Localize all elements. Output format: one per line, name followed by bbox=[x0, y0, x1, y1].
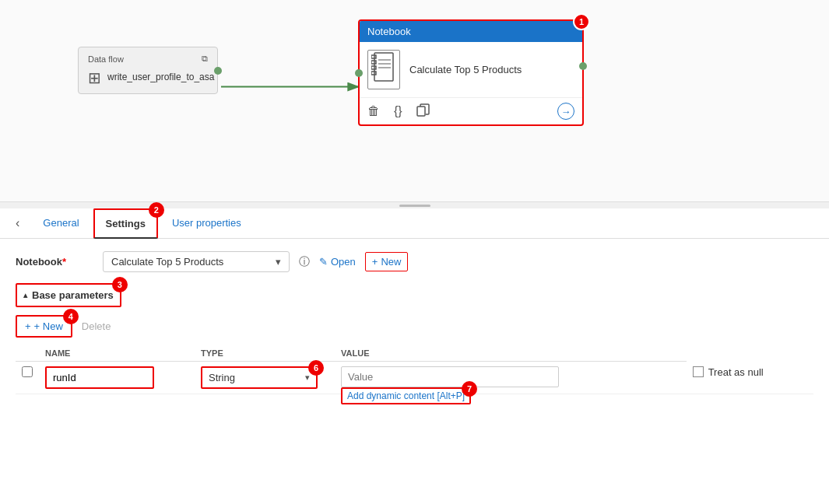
type-cell: String ▾ 6 bbox=[195, 362, 335, 394]
dataflow-node: Data flow ⧉ ⊞ write_user_profile_to_asa bbox=[78, 47, 218, 94]
dynamic-content-hint[interactable]: Add dynamic content [Alt+P] 7 bbox=[341, 387, 471, 404]
table-toolbar: + + New 4 Delete bbox=[16, 315, 813, 338]
params-table: NAME TYPE VALUE document.querySelectorAl… bbox=[16, 345, 813, 394]
tab-settings-label: Settings bbox=[106, 218, 146, 229]
value-input[interactable] bbox=[341, 366, 559, 387]
name-cell: document.querySelectorAll('[data-name="n… bbox=[39, 362, 195, 394]
db-icon: ⊞ bbox=[88, 68, 101, 87]
delete-action-icon[interactable]: 🗑 bbox=[367, 104, 380, 118]
notebook-dropdown-value: Calculate Top 5 Products bbox=[111, 256, 223, 268]
node-body: ⊞ write_user_profile_to_asa bbox=[88, 68, 208, 87]
node-title: Data flow ⧉ bbox=[88, 54, 208, 64]
name-header: NAME bbox=[39, 345, 195, 362]
delete-button[interactable]: Delete bbox=[82, 320, 111, 332]
treat-null-label: Treat as null bbox=[708, 366, 764, 378]
notebook-node: 1 Notebook bbox=[358, 19, 584, 126]
new-notebook-button[interactable]: + New bbox=[365, 252, 409, 271]
notebook-header-text: Notebook bbox=[367, 26, 411, 37]
type-dropdown-value: String bbox=[209, 372, 235, 383]
tab-settings[interactable]: Settings 2 bbox=[93, 208, 158, 239]
plus-icon: + bbox=[372, 256, 378, 268]
code-action-icon[interactable]: {} bbox=[394, 104, 402, 118]
new-param-label: + New bbox=[34, 320, 63, 332]
notebook-form-row: Notebook* Calculate Top 5 Products ▾ ⓘ ✎… bbox=[16, 251, 813, 272]
row-checkbox-cell bbox=[16, 362, 39, 394]
badge-2: 2 bbox=[149, 202, 164, 218]
svg-rect-2 bbox=[374, 53, 393, 81]
notebook-node-body: Calculate Top 5 Products bbox=[360, 42, 582, 98]
notebook-dropdown[interactable]: Calculate Top 5 Products ▾ bbox=[103, 251, 290, 272]
new-param-button[interactable]: + + New 4 bbox=[16, 315, 72, 338]
back-button[interactable]: ‹ bbox=[12, 210, 23, 236]
checkbox-header bbox=[16, 345, 39, 362]
chevron-down-icon: ▾ bbox=[276, 256, 281, 268]
tab-user-properties[interactable]: User properties bbox=[161, 209, 252, 238]
treat-null-checkbox[interactable] bbox=[693, 366, 704, 377]
dataflow-node-label: write_user_profile_to_asa bbox=[107, 72, 214, 84]
divider-handle bbox=[399, 205, 430, 207]
table-row: document.querySelectorAll('[data-name="n… bbox=[16, 362, 813, 394]
pencil-icon: ✎ bbox=[319, 256, 328, 268]
canvas-area: Data flow ⧉ ⊞ write_user_profile_to_asa … bbox=[0, 0, 829, 202]
svg-rect-5 bbox=[371, 66, 376, 69]
arrow-action-icon[interactable]: → bbox=[557, 103, 574, 120]
open-label: Open bbox=[331, 256, 356, 268]
bottom-panel: ‹ General Settings 2 User properties Not… bbox=[0, 208, 829, 504]
panel-divider[interactable] bbox=[0, 202, 829, 208]
notebook-connector-left[interactable] bbox=[355, 69, 363, 77]
notebook-label-text: Notebook bbox=[16, 256, 62, 268]
treat-null-container: Treat as null bbox=[693, 366, 807, 378]
params-table-body: document.querySelectorAll('[data-name="n… bbox=[16, 362, 813, 394]
badge-4: 4 bbox=[63, 309, 79, 324]
notebook-node-title: Calculate Top 5 Products bbox=[409, 64, 522, 75]
notebook-icon bbox=[367, 50, 400, 89]
settings-content: Notebook* Calculate Top 5 Products ▾ ⓘ ✎… bbox=[0, 239, 829, 504]
dataflow-node-title-text: Data flow bbox=[88, 54, 124, 64]
triangle-icon: ▴ bbox=[23, 291, 27, 299]
notebook-form-label: Notebook* bbox=[16, 256, 93, 268]
type-chevron-icon: ▾ bbox=[305, 373, 310, 383]
plus-param-icon: + bbox=[25, 320, 31, 332]
notebook-node-actions: 🗑 {} → bbox=[360, 98, 582, 124]
tab-user-properties-label: User properties bbox=[172, 217, 241, 229]
copy-action-icon[interactable] bbox=[416, 103, 430, 120]
tab-bar: ‹ General Settings 2 User properties bbox=[0, 208, 829, 239]
badge-7: 7 bbox=[462, 381, 477, 397]
svg-rect-3 bbox=[371, 55, 376, 58]
dataflow-connector-right[interactable] bbox=[214, 67, 222, 75]
params-header-row: NAME TYPE VALUE bbox=[16, 345, 813, 362]
base-parameters-section[interactable]: ▴ Base parameters 3 bbox=[16, 283, 121, 307]
params-table-head: NAME TYPE VALUE bbox=[16, 345, 813, 362]
badge-1: 1 bbox=[573, 13, 590, 30]
base-parameters-label: Base parameters bbox=[32, 289, 114, 301]
name-input[interactable] bbox=[45, 366, 154, 389]
svg-rect-10 bbox=[417, 107, 425, 116]
new-notebook-label: New bbox=[381, 256, 401, 268]
open-button[interactable]: ✎ Open bbox=[319, 256, 356, 268]
type-dropdown[interactable]: String ▾ 6 bbox=[201, 366, 318, 389]
svg-rect-4 bbox=[371, 61, 376, 64]
tab-general[interactable]: General bbox=[32, 209, 90, 238]
badge-3: 3 bbox=[112, 277, 128, 292]
svg-rect-6 bbox=[371, 72, 376, 75]
treat-null-cell: Treat as null bbox=[687, 362, 813, 394]
value-input-container: Add dynamic content [Alt+P] 7 bbox=[341, 366, 559, 387]
info-icon[interactable]: ⓘ bbox=[299, 255, 310, 269]
type-header: TYPE bbox=[195, 345, 335, 362]
required-marker: * bbox=[62, 256, 66, 268]
badge-6: 6 bbox=[308, 360, 324, 376]
value-cell: Add dynamic content [Alt+P] 7 bbox=[335, 362, 687, 394]
dynamic-hint-text: Add dynamic content [Alt+P] bbox=[347, 390, 465, 401]
value-header: VALUE bbox=[335, 345, 687, 362]
tab-general-label: General bbox=[43, 217, 79, 229]
external-link-icon[interactable]: ⧉ bbox=[202, 54, 208, 64]
notebook-node-header: Notebook bbox=[360, 21, 582, 42]
row-checkbox[interactable] bbox=[22, 366, 33, 377]
notebook-connector-right[interactable] bbox=[579, 62, 587, 70]
